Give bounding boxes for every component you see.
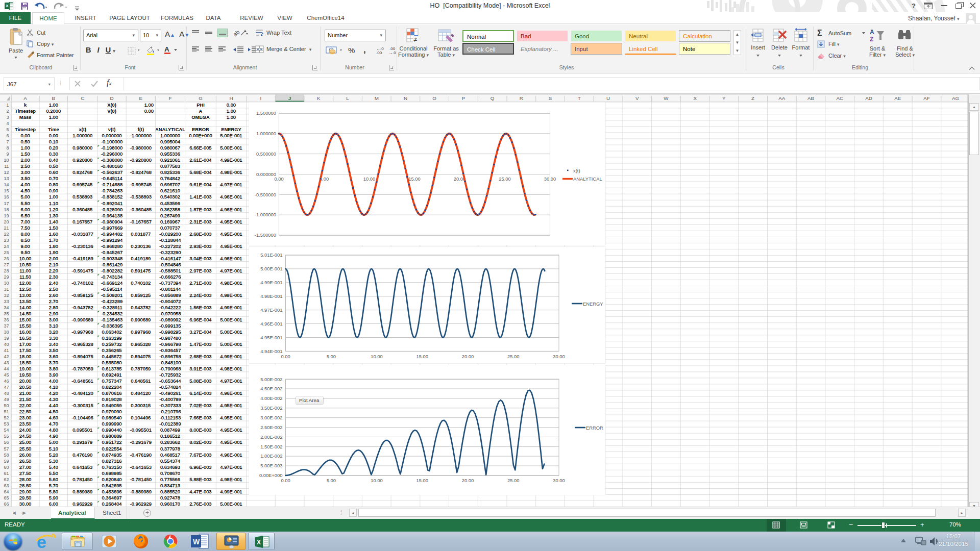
- svg-text:17.50: 17.50: [19, 347, 31, 353]
- svg-text:0.00E+000: 0.00E+000: [259, 472, 283, 478]
- svg-text:10.00: 10.00: [371, 354, 382, 359]
- svg-text:-0.743134: -0.743134: [101, 274, 122, 280]
- svg-text:19: 19: [4, 213, 9, 218]
- svg-text:16.00: 16.00: [19, 329, 31, 335]
- svg-text:5.68E-004: 5.68E-004: [189, 169, 211, 175]
- svg-text:5.08E-003: 5.08E-003: [189, 378, 211, 384]
- svg-text:-0.167657: -0.167657: [130, 219, 152, 224]
- svg-text:-0.998295: -0.998295: [159, 329, 181, 335]
- svg-text:1.41E-003: 1.41E-003: [189, 194, 211, 199]
- svg-text:15.00: 15.00: [408, 176, 420, 182]
- svg-text:-0.490261: -0.490261: [159, 390, 181, 396]
- svg-text:0.031877: 0.031877: [131, 231, 151, 237]
- svg-text:J: J: [288, 95, 291, 101]
- svg-text:0.999990: 0.999990: [102, 421, 121, 427]
- svg-text:Time: Time: [48, 127, 59, 132]
- svg-text:-0.031877: -0.031877: [72, 231, 93, 237]
- svg-text:0.186512: 0.186512: [160, 433, 180, 439]
- svg-text:4.96E-001: 4.96E-001: [220, 390, 242, 396]
- svg-text:4.50: 4.50: [49, 409, 58, 414]
- svg-text:0.362358: 0.362358: [160, 207, 180, 212]
- svg-text:5.00: 5.00: [327, 354, 336, 359]
- svg-text:7: 7: [6, 139, 9, 144]
- svg-text:1.000000: 1.000000: [72, 133, 92, 138]
- svg-text:0.885520: 0.885520: [160, 489, 180, 494]
- svg-text:25.00: 25.00: [19, 439, 31, 445]
- svg-text:1.40: 1.40: [49, 219, 58, 224]
- svg-text:0.230136: 0.230136: [131, 243, 151, 249]
- svg-text:-0.100000: -0.100000: [101, 139, 122, 144]
- svg-text:8.50: 8.50: [20, 237, 30, 243]
- svg-text:1.50: 1.50: [20, 151, 30, 157]
- svg-text:4.97E-001: 4.97E-001: [220, 268, 242, 273]
- svg-text:4.50E-002: 4.50E-002: [260, 386, 282, 391]
- svg-text:64: 64: [4, 489, 9, 494]
- svg-text:-0.714688: -0.714688: [101, 182, 122, 187]
- svg-text:OMEGA: OMEGA: [191, 114, 210, 120]
- svg-text:N: N: [404, 95, 407, 101]
- svg-text:27.50: 27.50: [19, 470, 31, 476]
- svg-text:0.641653: 0.641653: [72, 464, 92, 470]
- svg-text:20.00: 20.00: [462, 354, 474, 359]
- svg-text:4.99E-001: 4.99E-001: [220, 489, 242, 494]
- svg-text:25.50: 25.50: [19, 446, 31, 452]
- svg-text:-0.856889: -0.856889: [159, 292, 181, 298]
- svg-text:1.87E-003: 1.87E-003: [189, 207, 211, 212]
- svg-text:0.824768: 0.824768: [72, 169, 92, 175]
- svg-text:-0.896758: -0.896758: [159, 354, 181, 359]
- svg-text:0.167657: 0.167657: [72, 219, 92, 224]
- svg-text:W: W: [664, 95, 669, 101]
- svg-text:X: X: [257, 539, 261, 546]
- svg-text:AD: AD: [865, 95, 872, 101]
- svg-text:23.50: 23.50: [19, 421, 31, 427]
- svg-text:1.00: 1.00: [49, 114, 58, 120]
- svg-text:58: 58: [4, 453, 9, 458]
- svg-text:D: D: [110, 95, 114, 101]
- svg-text:5.70: 5.70: [49, 483, 58, 488]
- svg-text:0.960170: 0.960170: [160, 501, 180, 507]
- svg-text:2.97E-003: 2.97E-003: [189, 268, 211, 273]
- svg-text:66: 66: [4, 502, 9, 507]
- svg-text:-0.999135: -0.999135: [159, 323, 181, 329]
- svg-text:0.695745: 0.695745: [72, 182, 92, 187]
- svg-text:0.825336: 0.825336: [160, 169, 180, 175]
- svg-text:U: U: [606, 95, 610, 101]
- svg-text:-0.824768: -0.824768: [130, 169, 152, 175]
- svg-text:5.00E-001: 5.00E-001: [220, 317, 242, 322]
- svg-text:0.920800: 0.920800: [72, 157, 92, 163]
- svg-text:0.989540: 0.989540: [102, 415, 121, 420]
- svg-text:2.00: 2.00: [20, 157, 30, 163]
- svg-text:-0.360485: -0.360485: [130, 207, 152, 212]
- svg-text:-0.997669: -0.997669: [101, 225, 122, 231]
- svg-text:2.68E-003: 2.68E-003: [189, 354, 211, 359]
- svg-text:29: 29: [4, 274, 9, 280]
- svg-text:4.97E-001: 4.97E-001: [220, 182, 242, 187]
- svg-text:3.20: 3.20: [49, 329, 58, 335]
- svg-text:38: 38: [4, 330, 9, 335]
- svg-text:4.97E-001: 4.97E-001: [260, 307, 282, 313]
- svg-text:60: 60: [4, 465, 9, 470]
- svg-text:4.70: 4.70: [49, 421, 58, 427]
- svg-text:0.453696: 0.453696: [102, 489, 121, 494]
- svg-text:8.02E-003: 8.02E-003: [189, 439, 211, 445]
- svg-text:0.300315: 0.300315: [131, 403, 151, 408]
- svg-text:0.163199: 0.163199: [102, 335, 121, 341]
- svg-text:-0.562637: -0.562637: [101, 169, 122, 175]
- svg-text:21.50: 21.50: [19, 396, 31, 402]
- svg-text:AF: AF: [923, 95, 930, 101]
- svg-text:1.00: 1.00: [49, 194, 58, 199]
- svg-text:-0.802282: -0.802282: [101, 268, 122, 273]
- svg-text:-0.328911: -0.328911: [101, 305, 122, 310]
- svg-text:7.02E-003: 7.02E-003: [189, 403, 211, 408]
- svg-text:1.00: 1.00: [144, 102, 154, 108]
- svg-text:2.50E-002: 2.50E-002: [260, 424, 282, 430]
- svg-text:26.00: 26.00: [19, 452, 31, 458]
- svg-text:2.68E-003: 2.68E-003: [189, 231, 211, 237]
- svg-text:0.922554: 0.922554: [102, 446, 121, 452]
- svg-text:1.90: 1.90: [49, 249, 58, 255]
- svg-text:26.50: 26.50: [19, 458, 31, 464]
- svg-text:-0.889989: -0.889989: [130, 489, 152, 494]
- svg-text:4.00E-002: 4.00E-002: [260, 395, 282, 401]
- svg-text:-0.838152: -0.838152: [101, 194, 122, 199]
- svg-text:43: 43: [4, 360, 9, 365]
